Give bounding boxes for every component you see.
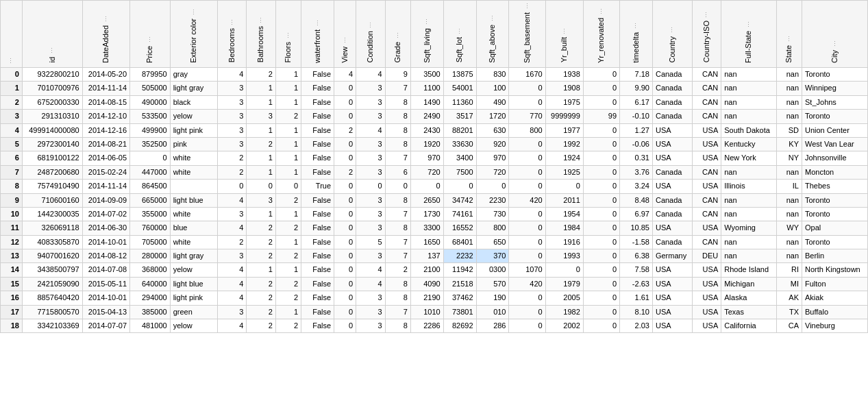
cell-Country[interactable]: Canada	[652, 82, 692, 95]
cell-View[interactable]: 0	[334, 95, 356, 109]
cell-Full_State[interactable]: nan	[721, 249, 777, 263]
cell-Sqft_basement[interactable]: 0	[509, 249, 545, 263]
cell-Sqft_lot[interactable]: 68401	[443, 235, 476, 249]
cell-Country[interactable]: USA	[652, 151, 692, 165]
cell-Sqft_lot[interactable]: 3517	[443, 110, 476, 123]
cell-Sqft_lot[interactable]: 21518	[443, 277, 476, 291]
cell-Sqft_basement[interactable]: 0	[509, 207, 545, 221]
cell-Condition[interactable]: 3	[356, 207, 386, 221]
cell-idx[interactable]: 14	[1, 263, 23, 277]
cell-Country[interactable]: USA	[652, 277, 692, 291]
cell-State[interactable]: WY	[776, 221, 802, 235]
cell-Grade[interactable]: 7	[385, 82, 410, 95]
cell-Grade[interactable]: 8	[385, 137, 410, 151]
cell-id[interactable]: 7574910490	[22, 180, 82, 193]
cell-Bedrooms[interactable]: 3	[217, 207, 247, 221]
cell-id[interactable]: 3342103369	[22, 319, 82, 333]
table-row[interactable]: 668191001222014-06-050white211False03797…	[1, 151, 868, 165]
cell-Grade[interactable]: 7	[385, 235, 410, 249]
cell-Full_State[interactable]: nan	[721, 82, 777, 95]
cell-State[interactable]: MI	[776, 277, 802, 291]
cell-Bathrooms[interactable]: 1	[247, 165, 276, 179]
cell-idx[interactable]: 12	[1, 235, 23, 249]
cell-View[interactable]: 0	[334, 110, 356, 123]
cell-State[interactable]: nan	[776, 82, 802, 95]
cell-Bathrooms[interactable]: 1	[247, 151, 276, 165]
cell-Yr_renovated[interactable]: 0	[583, 319, 619, 333]
table-row[interactable]: 1688576404202014-10-01294000light pink42…	[1, 291, 868, 305]
cell-Bedrooms[interactable]: 3	[217, 82, 247, 95]
cell-waterfront[interactable]: False	[301, 82, 334, 95]
cell-Sqft_lot[interactable]: 54001	[443, 82, 476, 95]
table-row[interactable]: 170107009762014-11-14505000light gray311…	[1, 82, 868, 95]
cell-id[interactable]: 7010700976	[22, 82, 82, 95]
cell-idx[interactable]: 3	[1, 110, 23, 123]
col-header-country[interactable]: ⋮ Country	[652, 1, 692, 68]
cell-Floors[interactable]: 1	[275, 137, 301, 151]
cell-View[interactable]: 0	[334, 291, 356, 305]
cell-Bathrooms[interactable]: 2	[247, 277, 276, 291]
cell-Yr_built[interactable]: 1908	[545, 82, 583, 95]
cell-Sqft_above[interactable]: 100	[476, 82, 509, 95]
cell-Price[interactable]: 705000	[130, 235, 171, 249]
cell-Sqft_basement[interactable]: 0	[509, 180, 545, 193]
cell-Exterior_color[interactable]: pink	[170, 137, 217, 151]
cell-Exterior_color[interactable]: white	[170, 151, 217, 165]
cell-City[interactable]: Winnipeg	[802, 82, 868, 95]
cell-Full_State[interactable]: nan	[721, 110, 777, 123]
cell-id[interactable]: 9407001620	[22, 249, 82, 263]
cell-Country[interactable]: Canada	[652, 110, 692, 123]
cell-Yr_built[interactable]: 1984	[545, 221, 583, 235]
cell-Sqft_basement[interactable]: 0	[509, 235, 545, 249]
cell-View[interactable]: 0	[334, 221, 356, 235]
cell-View[interactable]: 0	[334, 249, 356, 263]
cell-Floors[interactable]: 1	[275, 263, 301, 277]
cell-Sqft_living[interactable]: 2100	[410, 263, 443, 277]
cell-Grade[interactable]: 8	[385, 110, 410, 123]
cell-Sqft_lot[interactable]: 2232	[443, 249, 476, 263]
col-header-yr-built[interactable]: ⋮ Yr_built	[545, 1, 583, 68]
cell-DateAdded[interactable]: 2014-07-02	[82, 207, 129, 221]
cell-Full_State[interactable]: Illinois	[721, 180, 777, 193]
cell-DateAdded[interactable]: 2014-10-01	[82, 291, 129, 305]
cell-DateAdded[interactable]: 2015-05-11	[82, 277, 129, 291]
cell-Yr_renovated[interactable]: 0	[583, 95, 619, 109]
cell-Grade[interactable]: 8	[385, 193, 410, 207]
cell-Country_ISO[interactable]: USA	[692, 123, 721, 137]
cell-Sqft_lot[interactable]: 16552	[443, 221, 476, 235]
cell-Sqft_living[interactable]: 4090	[410, 277, 443, 291]
cell-waterfront[interactable]: False	[301, 235, 334, 249]
cell-Country_ISO[interactable]: USA	[692, 277, 721, 291]
table-row[interactable]: 875749104902014-11-14864500000True000000…	[1, 180, 868, 193]
cell-Sqft_basement[interactable]: 0	[509, 95, 545, 109]
col-header-floors[interactable]: ⋮ Floors	[275, 1, 301, 68]
cell-Exterior_color[interactable]: light gray	[170, 249, 217, 263]
cell-waterfront[interactable]: False	[301, 151, 334, 165]
cell-Condition[interactable]: 3	[356, 82, 386, 95]
table-row[interactable]: 1434385007972014-07-08368000yelow411Fals…	[1, 263, 868, 277]
cell-Sqft_basement[interactable]: 0	[509, 305, 545, 319]
cell-idx[interactable]: 13	[1, 249, 23, 263]
cell-Yr_built[interactable]: 9999999	[545, 110, 583, 123]
cell-timedelta[interactable]: 10.85	[620, 221, 653, 235]
cell-Country_ISO[interactable]: USA	[692, 319, 721, 333]
col-header-grade[interactable]: ⋮ Grade	[385, 1, 410, 68]
cell-Yr_built[interactable]: 1982	[545, 305, 583, 319]
cell-Bedrooms[interactable]: 2	[217, 235, 247, 249]
cell-Condition[interactable]: 3	[356, 165, 386, 179]
cell-Condition[interactable]: 5	[356, 235, 386, 249]
cell-Price[interactable]: 280000	[130, 249, 171, 263]
cell-Floors[interactable]: 1	[275, 305, 301, 319]
cell-City[interactable]: Berlin	[802, 249, 868, 263]
cell-Country[interactable]: USA	[652, 137, 692, 151]
cell-Bedrooms[interactable]: 4	[217, 291, 247, 305]
cell-Yr_built[interactable]: 2011	[545, 193, 583, 207]
cell-Full_State[interactable]: nan	[721, 207, 777, 221]
cell-Country_ISO[interactable]: CAN	[692, 110, 721, 123]
cell-Sqft_above[interactable]: 490	[476, 95, 509, 109]
cell-timedelta[interactable]: 9.90	[620, 82, 653, 95]
cell-View[interactable]: 0	[334, 305, 356, 319]
cell-Yr_renovated[interactable]: 0	[583, 193, 619, 207]
cell-Sqft_living[interactable]: 3500	[410, 67, 443, 81]
cell-Full_State[interactable]: nan	[721, 165, 777, 179]
